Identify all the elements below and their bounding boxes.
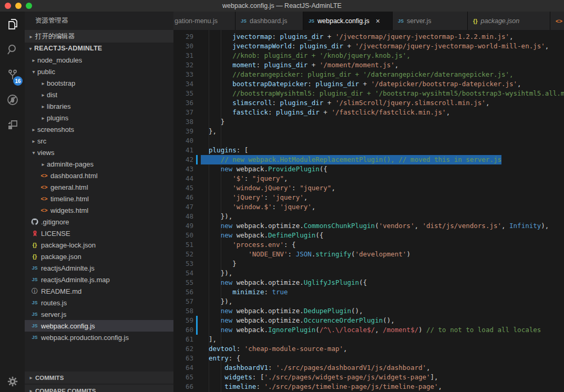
settings-gear-icon[interactable] [0,373,25,390]
line-number[interactable]: 31 [173,51,193,60]
line-number[interactable]: 39 [173,127,193,136]
code-line-31[interactable]: 31 //knob: plugins_dir + '/knob/jquery.k… [173,51,564,60]
source-control-icon[interactable]: 16 [0,62,25,87]
tree-file-server-js[interactable]: JSserver.js [25,308,173,320]
code-line-57[interactable]: 57 }), [173,297,564,306]
tree-root-folder[interactable]: ▾ REACTJS-ADMINLTE [25,43,173,54]
line-number[interactable]: 43 [173,164,193,174]
code-line-62[interactable]: 62 devtool: 'cheap-module-source-map', [173,344,564,354]
tab-server-js[interactable]: JSserver.js [393,12,468,30]
close-window-button[interactable] [5,3,11,9]
tree-file-timeline-html[interactable]: <>timeline.html [25,193,173,204]
tree-file-dashboard-html[interactable]: <>dashboard.html [25,170,173,181]
line-number[interactable]: 65 [173,373,193,382]
code-line-50[interactable]: 50 new webpack.DefinePlugin({ [173,231,564,240]
tree-folder-adminlte-pages[interactable]: ▸adminlte-pages [25,158,173,170]
line-number[interactable]: 62 [173,344,193,354]
code-line-38[interactable]: 38 } [173,117,564,127]
line-number[interactable]: 38 [173,117,193,127]
tree-folder-bootstrap[interactable]: ▸bootstrap [25,77,173,89]
line-number[interactable]: 53 [173,259,193,269]
line-number[interactable]: 33 [173,70,193,79]
line-number[interactable]: 57 [173,297,193,306]
line-number[interactable]: 60 [173,325,193,335]
close-tab-icon[interactable]: × [376,17,380,25]
search-icon[interactable] [0,37,25,62]
code-line-49[interactable]: 49 new webpack.optimize.CommonsChunkPlug… [173,221,564,231]
line-number[interactable]: 61 [173,335,193,344]
code-line-64[interactable]: 64 dashboardV1: './src/pages/dashboardV1… [173,363,564,373]
code-line-58[interactable]: 58 new webpack.optimize.DedupePlugin(), [173,306,564,316]
tree-folder-plugins[interactable]: ▸plugins [25,112,173,123]
code-line-53[interactable]: 53 } [173,259,564,269]
code-line-32[interactable]: 32 moment: plugins_dir + '/moment/moment… [173,60,564,70]
code-line-66[interactable]: 66 timeline: './src/pages/timeline-page/… [173,382,564,391]
code-line-45[interactable]: 45 'window.jQuery': "jquery", [173,183,564,193]
code-line-41[interactable]: 41 plugins: [ [173,146,564,155]
tree-file-readme-md[interactable]: ⓘREADME.md [25,285,173,297]
code-line-56[interactable]: 56 minimize: true [173,287,564,297]
tree-folder-dist[interactable]: ▸dist [25,89,173,100]
extensions-icon[interactable] [0,112,25,138]
code-line-44[interactable]: 44 '$': "jquery", [173,174,564,183]
line-number[interactable]: 40 [173,136,193,146]
line-number[interactable]: 36 [173,98,193,108]
tree-file-package-json[interactable]: {}package.json [25,251,173,262]
compare-commits-section[interactable]: ▸ COMPARE COMMITS [25,385,173,392]
line-number[interactable]: 66 [173,382,193,391]
line-number[interactable]: 63 [173,354,193,363]
line-number[interactable]: 29 [173,32,193,42]
line-number[interactable]: 64 [173,363,193,373]
code-line-60[interactable]: 60 new webpack.IgnorePlugin(/^\.\/locale… [173,325,564,335]
code-line-55[interactable]: 55 new webpack.optimize.UglifyJsPlugin({ [173,278,564,287]
code-editor[interactable]: 29 jvectormap: plugins_dir + '/jvectorma… [173,30,564,392]
code-line-43[interactable]: 43 new webpack.ProvidePlugin({ [173,164,564,174]
commits-section[interactable]: ▸ COMMITS [25,372,173,384]
explorer-icon[interactable] [0,12,25,37]
tree-file-widgets-html[interactable]: <>widgets.html [25,204,173,216]
line-number[interactable]: 42 [173,155,193,164]
line-number[interactable]: 55 [173,278,193,287]
line-number[interactable]: 49 [173,221,193,231]
line-number[interactable]: 34 [173,79,193,89]
debug-icon[interactable] [0,87,25,112]
tab-package-json[interactable]: {}package.json [468,12,550,30]
code-line-36[interactable]: 36 slimscroll: plugins_dir + '/slimScrol… [173,98,564,108]
code-line-34[interactable]: 34 bootstrapDatepicker: plugins_dir + '/… [173,79,564,89]
code-line-54[interactable]: 54 }), [173,269,564,278]
code-line-52[interactable]: 52 'NODE_ENV': JSON.stringify('developme… [173,250,564,259]
tree-folder-views[interactable]: ▾views [25,147,173,158]
minimize-window-button[interactable] [15,3,22,9]
line-number[interactable]: 45 [173,183,193,193]
line-number[interactable]: 35 [173,89,193,98]
tree-file-general-html[interactable]: <>general.html [25,181,173,193]
line-number[interactable]: 37 [173,108,193,117]
code-line-40[interactable]: 40 [173,136,564,146]
tree-folder-node-modules[interactable]: ▸node_modules [25,54,173,66]
code-line-39[interactable]: 39 }, [173,127,564,136]
line-number[interactable]: 58 [173,306,193,316]
zoom-window-button[interactable] [26,3,32,9]
line-number[interactable]: 51 [173,240,193,250]
code-line-63[interactable]: 63 entry: { [173,354,564,363]
line-number[interactable]: 32 [173,60,193,70]
line-number[interactable]: 44 [173,174,193,183]
tree-file-reactjsadminlte-js-map[interactable]: JSreactjsAdminlte.js.map [25,274,173,285]
line-number[interactable]: 30 [173,42,193,51]
tree-file-reactjsadminlte-js[interactable]: JSreactjsAdminlte.js [25,262,173,274]
code-line-30[interactable]: 30 jvectormapWorld: plugins_dir + '/jvec… [173,42,564,51]
tree-file-webpack-config-js[interactable]: JSwebpack.config.js [25,320,173,332]
line-number[interactable]: 48 [173,212,193,221]
tab-webpack-config-js[interactable]: JSwebpack.config.js× [303,12,393,30]
line-number[interactable]: 46 [173,193,193,202]
code-line-46[interactable]: 46 'jQuery': 'jquery', [173,193,564,202]
line-number[interactable]: 41 [173,146,193,155]
line-number[interactable]: 50 [173,231,193,240]
line-number[interactable]: 54 [173,269,193,278]
tab-gation-menu-js[interactable]: gation-menu.js [173,12,235,30]
tree-folder-src[interactable]: ▸src [25,135,173,147]
line-number[interactable]: 56 [173,287,193,297]
code-line-33[interactable]: 33 //daterangepicker: plugins_dir + '/da… [173,70,564,79]
line-number[interactable]: 59 [173,316,193,325]
tab-das[interactable]: <>das [550,12,564,30]
